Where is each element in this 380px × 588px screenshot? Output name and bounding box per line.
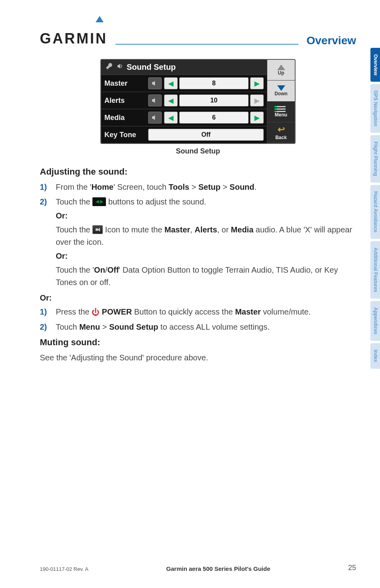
tab-gps-navigation[interactable]: GPS Navigation [370, 84, 380, 133]
media-value: 6 [179, 112, 249, 124]
step-number: 1) [40, 181, 56, 193]
media-row: Media ◀ 6 ▶ [101, 109, 267, 126]
mute-instruction: Touch the Icon to mute the Master, Alert… [56, 224, 356, 248]
page-number: 25 [348, 564, 356, 572]
sound-ref: Sound [229, 183, 254, 191]
master-label: Master [104, 79, 148, 88]
alerts-ref: Alerts [194, 225, 217, 234]
side-tabs: Overview GPS Navigation Flight Planning … [370, 48, 380, 369]
page-header: GARMIN Overview [40, 16, 356, 47]
header-rule [116, 44, 298, 45]
text: buttons to adjust the sound. [106, 197, 206, 206]
triangle-up-icon [277, 65, 285, 70]
tab-appendices[interactable]: Appendices [370, 301, 380, 341]
back-label: Back [275, 135, 287, 140]
back-arrow-icon: ↩ [278, 124, 285, 135]
or-divider: Or: [56, 211, 356, 220]
back-button[interactable]: ↩ Back [267, 122, 295, 143]
alerts-row: Alerts ◀ 10 ▶ [101, 92, 267, 109]
adjusting-sound-heading: Adjusting the sound: [40, 167, 356, 177]
triangle-down-icon [277, 85, 285, 91]
tab-overview[interactable]: Overview [370, 48, 380, 82]
master-decrease-button[interactable]: ◀ [164, 77, 178, 89]
step-number: 2) [40, 321, 56, 333]
sound-setup-ref: Sound Setup [109, 323, 158, 331]
alt-step-1-body: Press the ⏻ POWER Button to quickly acce… [56, 306, 356, 319]
screenshot-title-bar: Sound Setup [101, 60, 267, 75]
text: ' Screen, touch [114, 183, 168, 191]
text: to access ALL volume settings. [158, 323, 269, 331]
menu-label: Menu [275, 112, 287, 118]
left-right-arrows-icon [92, 197, 106, 206]
menu-ref: Menu [79, 323, 100, 331]
off-ref: Off [107, 265, 119, 274]
home-ref: Home [91, 183, 114, 191]
text: From the ' [56, 183, 91, 191]
tab-hazard-avoidance[interactable]: Hazard Avoidance [370, 185, 380, 239]
sound-setup-screenshot: Sound Setup Master ◀ 8 ▶ Alerts ◀ 10 ▶ M… [100, 59, 296, 144]
or-main-divider: Or: [40, 293, 356, 303]
master-value: 8 [179, 77, 249, 89]
tab-additional-features[interactable]: Additional Features [370, 241, 380, 299]
doc-revision: 190-01117-02 Rev. A [40, 566, 88, 572]
power-icon: ⏻ [92, 308, 100, 317]
text: Touch the [56, 225, 92, 234]
or-divider: Or: [56, 252, 356, 261]
alerts-increase-button[interactable]: ▶ [250, 94, 264, 106]
media-increase-button[interactable]: ▶ [250, 112, 264, 124]
master-row: Master ◀ 8 ▶ [101, 75, 267, 92]
text: Touch [56, 323, 79, 331]
section-title: Overview [306, 34, 356, 47]
speaker-mute-icon [92, 225, 103, 234]
text: Press the [56, 307, 92, 316]
screenshot-caption: Sound Setup [40, 147, 356, 155]
text: Touch the [56, 197, 92, 206]
up-button[interactable]: Up [267, 60, 295, 81]
alerts-mute-button[interactable] [148, 94, 162, 106]
master-ref: Master [165, 225, 190, 234]
muting-sound-heading: Muting sound: [40, 337, 356, 348]
menu-icon [277, 106, 286, 112]
up-label: Up [278, 70, 284, 76]
setup-ref: Setup [198, 183, 221, 191]
alt-steps: 1) Press the ⏻ POWER Button to quickly a… [40, 306, 356, 333]
brand-name: GARMIN [40, 30, 108, 47]
text: Icon to mute the [103, 225, 165, 234]
master-increase-button[interactable]: ▶ [250, 77, 264, 89]
tab-flight-planning[interactable]: Flight Planning [370, 135, 380, 183]
on-ref: On [94, 265, 105, 274]
text: volume/mute. [261, 307, 311, 316]
adjusting-steps: 1) From the 'Home' Screen, touch Tools >… [40, 181, 356, 208]
media-label: Media [104, 114, 148, 122]
master-mute-button[interactable] [148, 77, 162, 89]
step-2-body: Touch the buttons to adjust the sound. [56, 196, 356, 208]
menu-button[interactable]: Menu [267, 102, 295, 122]
master-ref: Master [235, 307, 261, 316]
keytone-label: Key Tone [104, 131, 148, 139]
doc-title: Garmin aera 500 Series Pilot's Guide [166, 565, 270, 572]
keytone-value[interactable]: Off [148, 129, 264, 141]
media-decrease-button[interactable]: ◀ [164, 112, 178, 124]
text: Touch the ' [56, 265, 94, 274]
step-1-body: From the 'Home' Screen, touch Tools > Se… [56, 181, 356, 193]
keytone-row: Key Tone Off [101, 126, 267, 143]
alerts-decrease-button[interactable]: ◀ [164, 94, 178, 106]
down-label: Down [274, 91, 288, 96]
page-footer: 190-01117-02 Rev. A Garmin aera 500 Seri… [40, 564, 356, 572]
tools-ref: Tools [168, 183, 189, 191]
alerts-label: Alerts [104, 96, 148, 105]
tab-index[interactable]: Index [370, 343, 380, 368]
logo-triangle-icon [96, 16, 104, 22]
speaker-title-icon [116, 63, 123, 72]
power-ref: POWER [102, 307, 132, 316]
alerts-value: 10 [179, 94, 249, 106]
screenshot-title: Sound Setup [127, 63, 176, 72]
step-number: 1) [40, 306, 56, 319]
wrench-icon [105, 62, 113, 72]
media-mute-button[interactable] [148, 112, 162, 124]
step-number: 2) [40, 196, 56, 208]
muting-cross-reference: See the 'Adjusting the Sound' procedure … [40, 352, 356, 364]
alt-step-2-body: Touch Menu > Sound Setup to access ALL v… [56, 321, 356, 333]
brand-logo: GARMIN [40, 16, 108, 47]
down-button[interactable]: Down [267, 81, 295, 101]
